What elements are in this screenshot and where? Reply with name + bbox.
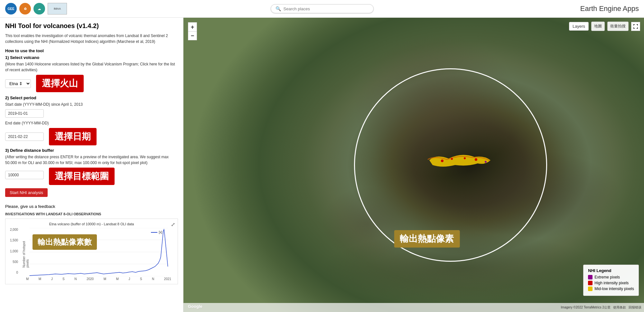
chinese-select-volcano-label: 選擇火山 [36, 75, 84, 92]
chinese-target-range-label: 選擇目標範圍 [49, 168, 115, 185]
end-date-input[interactable] [5, 132, 44, 141]
terms-link[interactable]: 使用条款 [613, 305, 626, 310]
chinese-hotspot-pixels-container: 輸出熱點像素 [394, 230, 460, 248]
map-type-map-button[interactable]: 地圖 [591, 22, 605, 31]
step2-label: 2) Select period [5, 95, 178, 100]
map-zoom-controls: + − [188, 22, 197, 40]
x-label-n: N [74, 277, 77, 281]
svg-point-9 [485, 161, 487, 163]
main-container: NHI Tool for volcanoes (v1.4.2) This too… [0, 18, 644, 312]
legend-item-extreme: Extreme pixels [588, 275, 634, 279]
end-date-row: 選擇日期 [5, 128, 178, 145]
svg-point-7 [464, 157, 466, 159]
legend-dot-extreme [588, 275, 593, 279]
nhi-legend-title: NHI Legend [588, 268, 634, 273]
search-bar[interactable]: 🔍 [271, 4, 374, 13]
volcano-select[interactable]: Etna ⇕ [5, 79, 31, 88]
start-date-input[interactable] [5, 109, 44, 118]
legend-dot-high [588, 281, 593, 285]
legend-dot-midlow [588, 287, 593, 291]
x-label-m1: M [26, 277, 29, 281]
legend-item-midlow: Mid-low intensity pixels [588, 287, 634, 291]
legend-label-high: High intensity pixels [594, 281, 629, 285]
map-area: + − Layers 地圖 衛量拍搜 輸出熱點像素 Google [183, 18, 644, 312]
chinese-hotspot-pixels-label: 輸出熱點像素 [394, 230, 460, 248]
y-label-1500: 1,500 [10, 239, 18, 242]
logo-4: IMAA [48, 3, 67, 15]
chart-container: Etna volcano (buffer of 10000 m) - Lands… [5, 219, 178, 284]
x-label-n2: N [152, 277, 154, 281]
logo-3: ☁ [33, 3, 45, 15]
logos: GEE ♻ ☁ IMAA [5, 3, 67, 15]
y-label-0: 0 [16, 271, 18, 274]
terrain-overlay [183, 18, 644, 312]
panel-description: This tool enables the investigation of v… [5, 33, 178, 44]
fullscreen-button[interactable] [631, 22, 640, 31]
x-label-m3: M [104, 277, 106, 281]
chart-legend-label: [x] [159, 230, 162, 234]
layers-button[interactable]: Layers [569, 22, 589, 31]
start-row: Start NHI analysis [5, 188, 178, 200]
chinese-select-date-label: 選擇日期 [49, 128, 97, 145]
lava-flow [423, 147, 494, 173]
start-nhi-button[interactable]: Start NHI analysis [5, 188, 48, 197]
search-icon: 🔍 [275, 6, 281, 11]
step1-description: (More than 1400 Holocene volcanoes liste… [5, 61, 178, 73]
x-axis-labels: M M J S N 2020 M M J S N 2021 [26, 277, 171, 281]
attribution-text: Imagery ©2022 TerraMetrics 2公里 [561, 305, 611, 310]
x-label-2020: 2020 [87, 277, 94, 281]
map-background: + − Layers 地圖 衛量拍搜 輸出熱點像素 Google [183, 18, 644, 312]
how-to-use-header: How to use the tool [5, 48, 178, 53]
y-label-500: 500 [13, 260, 18, 264]
y-axis-labels: 2,000 1,500 1,000 500 0 [10, 228, 19, 274]
step1-label: 1) Select volcano [5, 55, 178, 60]
x-label-j2: J [128, 277, 130, 281]
start-date-label: Start date (YYYY-MM-DD) since April 1, 2… [5, 102, 178, 107]
buffer-row: 選擇目標範圍 [5, 168, 178, 185]
report-error-link[interactable]: 回报错误 [629, 305, 641, 310]
x-label-s2: S [140, 277, 142, 281]
search-input[interactable] [284, 6, 369, 11]
y-label-1000: 1,000 [10, 249, 18, 253]
logo-1: GEE [5, 3, 17, 15]
start-date-row [5, 109, 178, 118]
step3-label: 3) Define distance buffer [5, 148, 178, 153]
feedback-link[interactable]: Please, give us a feedback [5, 204, 178, 209]
map-top-right-controls: Layers 地圖 衛量拍搜 [569, 22, 640, 31]
svg-point-5 [441, 160, 443, 162]
x-label-m4: M [116, 277, 118, 281]
buffer-input[interactable] [5, 171, 44, 179]
investigations-header: INVESTIGATIONS WITH LANDSAT 8-OLI OBSERV… [5, 212, 178, 216]
map-type-satellite-button[interactable]: 衛量拍搜 [607, 22, 629, 31]
zoom-in-button[interactable]: + [188, 22, 197, 31]
topbar: GEE ♻ ☁ IMAA 🔍 Earth Engine Apps [0, 0, 644, 18]
x-label-s: S [62, 277, 65, 281]
chinese-hotspot-count-label: 輸出熱點像素數 [33, 234, 97, 250]
x-label-m2: M [39, 277, 41, 281]
fullscreen-icon [633, 24, 638, 29]
chart-expand-icon[interactable]: ⤢ [171, 221, 175, 228]
yaxis-label: Number of hotspotpixels [22, 241, 29, 268]
zoom-out-button[interactable]: − [188, 31, 197, 40]
chart-title: Etna volcano (buffer of 10000 m) - Lands… [9, 222, 174, 226]
logo-2: ♻ [19, 3, 31, 15]
volcano-row: Etna ⇕ 選擇火山 [5, 75, 178, 92]
legend-line [151, 232, 157, 233]
chart-legend: [x] [151, 230, 162, 234]
left-panel: NHI Tool for volcanoes (v1.4.2) This too… [0, 18, 183, 312]
panel-title: NHI Tool for volcanoes (v1.4.2) [5, 22, 178, 30]
x-label-2021: 2021 [164, 277, 171, 281]
legend-label-midlow: Mid-low intensity pixels [594, 287, 634, 291]
legend-item-high: High intensity pixels [588, 281, 634, 285]
end-date-label: End date (YYYY-MM-DD) [5, 120, 178, 126]
nhi-legend: NHI Legend Extreme pixels High intensity… [583, 265, 639, 296]
svg-point-6 [451, 158, 453, 160]
map-bottom-bar: Imagery ©2022 TerraMetrics 2公里 使用条款 回报错误 [183, 303, 644, 312]
step3-description: (After writing the distance press ENTER … [5, 154, 178, 166]
ee-apps-label: Earth Engine Apps [580, 5, 639, 13]
legend-label-extreme: Extreme pixels [594, 275, 620, 279]
y-label-2000: 2,000 [10, 228, 18, 231]
x-label-j1: J [51, 277, 53, 281]
svg-point-8 [475, 158, 477, 161]
